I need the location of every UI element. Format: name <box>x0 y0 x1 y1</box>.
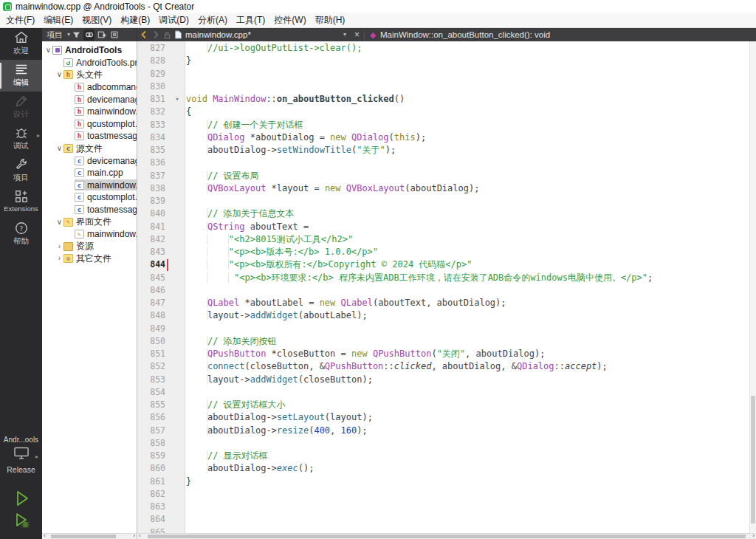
code-line[interactable]: 830 <box>137 80 749 93</box>
debug-flyout-icon[interactable]: ▸ <box>37 132 40 139</box>
code-line[interactable]: 850 // 添加关闭按钮 <box>137 335 749 348</box>
menu-item[interactable]: 分析(A) <box>193 13 232 27</box>
tree-item[interactable]: ∨头文件 <box>42 69 137 81</box>
line-number[interactable]: 858 <box>137 437 170 450</box>
line-number[interactable]: 830 <box>137 80 170 93</box>
line-number[interactable]: 846 <box>137 284 170 297</box>
expander-icon[interactable]: ∨ <box>55 145 63 152</box>
line-number[interactable]: 842 <box>137 233 170 246</box>
fold-marker-icon[interactable]: ▾ <box>170 93 185 106</box>
code-line[interactable]: 864 <box>137 513 749 526</box>
code-line[interactable]: 848 layout->addWidget(aboutLabel); <box>137 309 749 322</box>
line-number[interactable]: 855 <box>137 399 170 411</box>
code-line[interactable]: 832{ <box>137 106 749 118</box>
code-line[interactable]: 861} <box>137 476 749 488</box>
sidebar-mode-help[interactable]: ? 帮助 <box>0 219 42 250</box>
expander-icon[interactable]: ∨ <box>55 219 63 226</box>
code-line[interactable]: 837 // 设置布局 <box>137 170 749 182</box>
close-pane-icon[interactable] <box>109 30 120 41</box>
code-line[interactable]: 847 QLabel *aboutLabel = new QLabel(abou… <box>137 297 749 309</box>
menu-item[interactable]: 视图(V) <box>78 13 116 27</box>
debug-run-button[interactable] <box>0 511 42 533</box>
line-number[interactable]: 849 <box>137 323 170 335</box>
split-add-icon[interactable] <box>96 30 107 41</box>
tree-item[interactable]: mainwindow.h <box>42 106 137 118</box>
code-line[interactable]: 863 <box>137 501 749 513</box>
kit-target[interactable]: ▸ <box>0 446 42 464</box>
line-number[interactable]: 851 <box>137 348 170 360</box>
code-editor[interactable]: 827 //ui->logOutPutList->clear();828}829… <box>137 41 756 539</box>
code-line[interactable]: 854 <box>137 386 749 399</box>
back-icon[interactable] <box>140 28 148 41</box>
code-line[interactable]: 849 <box>137 323 749 335</box>
line-number[interactable]: 832 <box>137 106 170 118</box>
scroll-right-icon[interactable]: › <box>133 533 135 539</box>
sidebar-mode-debug[interactable]: ▸ 调试 <box>0 123 42 155</box>
sidebar-mode-projects[interactable]: 项目 <box>0 155 42 187</box>
code-line[interactable]: 840 // 添加关于信息文本 <box>137 207 749 220</box>
line-number[interactable]: 859 <box>137 450 170 462</box>
line-number[interactable]: 847 <box>137 297 170 309</box>
code-line[interactable]: 862 <box>137 488 749 501</box>
sidebar-mode-extensions[interactable]: Extensions <box>0 187 42 219</box>
filter-icon[interactable] <box>71 30 82 41</box>
pane-select-chevron-icon[interactable]: ▾ <box>67 32 70 38</box>
scrollbar-thumb[interactable] <box>751 396 755 523</box>
line-number[interactable]: 850 <box>137 335 170 348</box>
line-number[interactable]: 853 <box>137 374 170 386</box>
tree-item[interactable]: toastmessage. <box>42 204 137 216</box>
tree-item[interactable]: AndroidTools.pro <box>42 57 137 69</box>
code-line[interactable]: 846 <box>137 284 749 297</box>
tree-item[interactable]: mainwindow.c <box>42 179 137 192</box>
code-line[interactable]: 841 QString aboutText = <box>137 221 749 233</box>
code-line[interactable]: 855 // 设置对话框大小 <box>137 399 749 411</box>
tree-item[interactable]: main.cpp <box>42 167 137 179</box>
code-line[interactable]: 858 <box>137 437 749 450</box>
code-line[interactable]: 853 layout->addWidget(closeButton); <box>137 374 749 386</box>
menu-item[interactable]: 构建(B) <box>116 13 154 27</box>
close-document-icon[interactable]: × <box>354 28 360 41</box>
code-line[interactable]: 844 "<p><b>版权所有:</b>Copyright © 2024 代码猫… <box>137 258 749 271</box>
tree-item[interactable]: toastmessage. <box>42 130 137 143</box>
line-number[interactable]: 845 <box>137 272 170 284</box>
code-line[interactable]: 836 <box>137 157 749 169</box>
code-line[interactable]: 842 "<h2>8015测试小工具</h2>" <box>137 233 749 246</box>
code-line[interactable]: 835 aboutDialog->setWindowTitle("关于"); <box>137 144 749 157</box>
line-number[interactable]: 865 <box>137 526 170 534</box>
menu-item[interactable]: 调试(D) <box>154 13 193 27</box>
line-number[interactable]: 864 <box>137 513 170 526</box>
line-number[interactable]: 839 <box>137 195 170 207</box>
menu-item[interactable]: 编辑(E) <box>39 13 78 27</box>
line-number[interactable]: 854 <box>137 386 170 399</box>
line-number[interactable]: 861 <box>137 476 170 488</box>
code-line[interactable]: 838 QVBoxLayout *layout = new QVBoxLayou… <box>137 182 749 195</box>
kit-flyout-icon[interactable]: ▸ <box>35 453 38 460</box>
line-number[interactable]: 848 <box>137 309 170 322</box>
line-number[interactable]: 837 <box>137 170 170 182</box>
line-number[interactable]: 860 <box>137 462 170 475</box>
document-dropdown-icon[interactable]: ▾ <box>343 28 346 41</box>
code-line[interactable]: 852 connect(closeButton, &QPushButton::c… <box>137 360 749 373</box>
tree-item[interactable]: mainwindow.u <box>42 228 137 241</box>
code-line[interactable]: 843 "<p><b>版本号:</b> 1.0.0</p>" <box>137 246 749 258</box>
code-line[interactable]: 839 <box>137 195 749 207</box>
code-line[interactable]: 833 // 创建一个关于对话框 <box>137 119 749 131</box>
tree-item[interactable]: qcustomplot.c <box>42 191 137 204</box>
expander-icon[interactable]: ∨ <box>44 47 52 54</box>
expander-icon[interactable]: ∨ <box>55 71 63 78</box>
line-number[interactable]: 862 <box>137 488 170 501</box>
expander-icon[interactable]: › <box>55 243 63 250</box>
menu-item[interactable]: 工具(T) <box>232 13 269 27</box>
line-number[interactable]: 857 <box>137 425 170 437</box>
line-number[interactable]: 829 <box>137 68 170 80</box>
line-number[interactable]: 843 <box>137 246 170 258</box>
code-line[interactable]: 828} <box>137 55 749 67</box>
line-number[interactable]: 833 <box>137 119 170 131</box>
line-number[interactable]: 827 <box>137 42 170 55</box>
code-line[interactable]: 857 aboutDialog->resize(400, 160); <box>137 425 749 437</box>
line-number[interactable]: 834 <box>137 131 170 144</box>
line-number[interactable]: 856 <box>137 411 170 424</box>
tree-item[interactable]: devicemanage <box>42 154 137 167</box>
project-tree-hscrollbar[interactable]: ‹ › <box>42 533 137 539</box>
sync-with-editor-icon[interactable] <box>83 30 94 41</box>
